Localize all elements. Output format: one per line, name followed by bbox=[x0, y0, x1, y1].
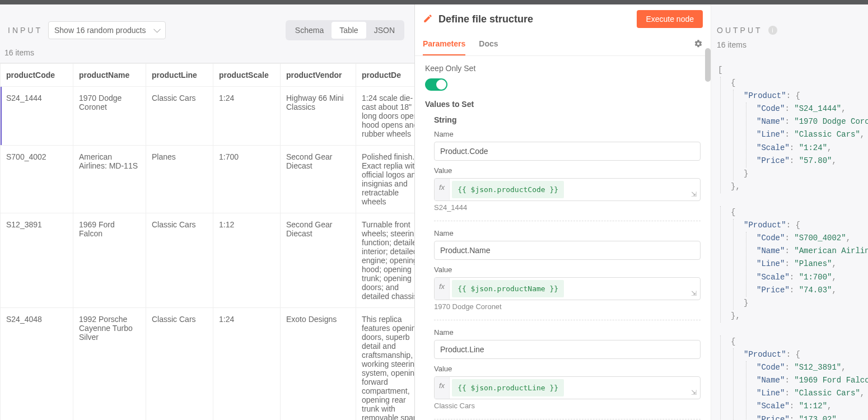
expression-text: {{ $json.productCode }} bbox=[452, 181, 564, 198]
fx-icon: fx bbox=[435, 179, 450, 200]
table-cell: Classic Cars bbox=[146, 87, 213, 146]
info-icon[interactable]: i bbox=[768, 26, 777, 35]
table-cell: 1992 Porsche Cayenne Turbo Silver bbox=[73, 308, 146, 421]
field-value-expression[interactable]: fx{{ $json.productCode }}⇲ bbox=[434, 178, 701, 201]
table-cell: 1969 Ford Falcon bbox=[73, 213, 146, 308]
input-selector-dropdown[interactable]: Show 16 random products bbox=[48, 21, 166, 39]
field-name-input[interactable] bbox=[434, 241, 701, 260]
output-items-count: 16 items bbox=[717, 38, 868, 55]
node-title: Define file structure bbox=[438, 13, 631, 25]
table-cell: Second Gear Diecast bbox=[281, 146, 356, 213]
table-cell: S24_4048 bbox=[1, 308, 73, 421]
table-cell: Exoto Designs bbox=[281, 308, 356, 421]
column-header-productDe[interactable]: productDe bbox=[356, 64, 415, 87]
name-label: Name bbox=[434, 130, 701, 138]
fx-icon: fx bbox=[435, 377, 450, 399]
column-header-productLine[interactable]: productLine bbox=[146, 64, 213, 87]
field-preview: Classic Cars bbox=[434, 402, 701, 410]
node-config-panel: Define file structure Execute node Param… bbox=[414, 4, 711, 420]
input-table: productCodeproductNameproductLineproduct… bbox=[0, 63, 414, 420]
input-panel: INPUT Show 16 random products Schema Tab… bbox=[0, 4, 414, 420]
output-panel: OUTPUT i 16 items [ { "Product": { "Code… bbox=[711, 4, 868, 420]
table-cell: 1:700 bbox=[213, 146, 281, 213]
table-cell: This replica features opening doors, sup… bbox=[356, 308, 415, 421]
view-schema-button[interactable]: Schema bbox=[287, 22, 332, 39]
field-preview: S24_1444 bbox=[434, 203, 701, 212]
output-json-view: [ { "Product": { "Code": "S24_1444", "Na… bbox=[717, 55, 868, 420]
scrollbar-thumb[interactable] bbox=[705, 56, 711, 82]
table-cell: Turnable front wheels; steering function… bbox=[356, 213, 415, 308]
input-label: INPUT bbox=[4, 26, 43, 35]
input-selector-value: Show 16 random products bbox=[54, 26, 146, 35]
table-row[interactable]: S24_14441970 Dodge CoronetClassic Cars1:… bbox=[1, 87, 415, 146]
expand-icon[interactable]: ⇲ bbox=[691, 389, 697, 396]
field-name-input[interactable] bbox=[434, 340, 701, 359]
input-items-count: 16 items bbox=[0, 46, 414, 63]
name-label: Name bbox=[434, 328, 701, 337]
expression-text: {{ $json.productName }} bbox=[452, 280, 564, 297]
column-header-productCode[interactable]: productCode bbox=[1, 64, 73, 87]
name-label: Name bbox=[434, 229, 701, 237]
table-row[interactable]: S24_40481992 Porsche Cayenne Turbo Silve… bbox=[1, 308, 415, 421]
table-cell: Second Gear Diecast bbox=[281, 213, 356, 308]
value-label: Value bbox=[434, 265, 701, 274]
string-section-label: String bbox=[434, 115, 701, 124]
table-cell: 1:12 bbox=[213, 213, 281, 308]
table-cell: American Airlines: MD-11S bbox=[73, 146, 146, 213]
keep-only-set-toggle[interactable] bbox=[425, 78, 447, 91]
table-cell: Classic Cars bbox=[146, 308, 213, 421]
view-table-button[interactable]: Table bbox=[332, 22, 366, 39]
tab-parameters[interactable]: Parameters bbox=[423, 34, 465, 55]
field-value-expression[interactable]: fx{{ $json.productLine }}⇲ bbox=[434, 376, 701, 399]
top-bar bbox=[0, 0, 868, 4]
pencil-icon bbox=[423, 13, 433, 25]
expression-text: {{ $json.productLine }} bbox=[452, 379, 564, 396]
expand-icon[interactable]: ⇲ bbox=[691, 190, 697, 198]
execute-node-button[interactable]: Execute node bbox=[637, 10, 703, 28]
fx-icon: fx bbox=[435, 278, 450, 300]
column-header-productVendor[interactable]: productVendor bbox=[281, 64, 356, 87]
field-value-expression[interactable]: fx{{ $json.productName }}⇲ bbox=[434, 277, 701, 300]
table-cell: S700_4002 bbox=[1, 146, 73, 213]
table-cell: 1:24 bbox=[213, 308, 281, 421]
view-json-button[interactable]: JSON bbox=[366, 22, 403, 39]
field-name-input[interactable] bbox=[434, 142, 701, 161]
table-cell: Classic Cars bbox=[146, 213, 213, 308]
output-label: OUTPUT bbox=[717, 26, 763, 35]
table-cell: S12_3891 bbox=[1, 213, 73, 308]
table-row[interactable]: S12_38911969 Ford FalconClassic Cars1:12… bbox=[1, 213, 415, 308]
table-cell: 1:24 scale die-cast about 18" long doors… bbox=[356, 87, 415, 146]
table-cell: Planes bbox=[146, 146, 213, 213]
values-to-set-label: Values to Set bbox=[425, 100, 701, 109]
tab-docs[interactable]: Docs bbox=[479, 34, 498, 55]
table-cell: 1:24 bbox=[213, 87, 281, 146]
value-label: Value bbox=[434, 365, 701, 373]
column-header-productName[interactable]: productName bbox=[73, 64, 146, 87]
keep-only-set-label: Keep Only Set bbox=[425, 64, 701, 73]
table-cell: 1970 Dodge Coronet bbox=[73, 87, 146, 146]
table-cell: Highway 66 Mini Classics bbox=[281, 87, 356, 146]
field-preview: 1970 Dodge Coronet bbox=[434, 302, 701, 311]
table-cell: Polished finish. Exact replia with offic… bbox=[356, 146, 415, 213]
table-cell: S24_1444 bbox=[1, 87, 73, 146]
settings-gear-icon[interactable] bbox=[694, 34, 703, 55]
view-switcher: Schema Table JSON bbox=[286, 20, 404, 40]
column-header-productScale[interactable]: productScale bbox=[213, 64, 281, 87]
expand-icon[interactable]: ⇲ bbox=[691, 290, 697, 297]
value-label: Value bbox=[434, 166, 701, 175]
table-row[interactable]: S700_4002American Airlines: MD-11SPlanes… bbox=[1, 146, 415, 213]
